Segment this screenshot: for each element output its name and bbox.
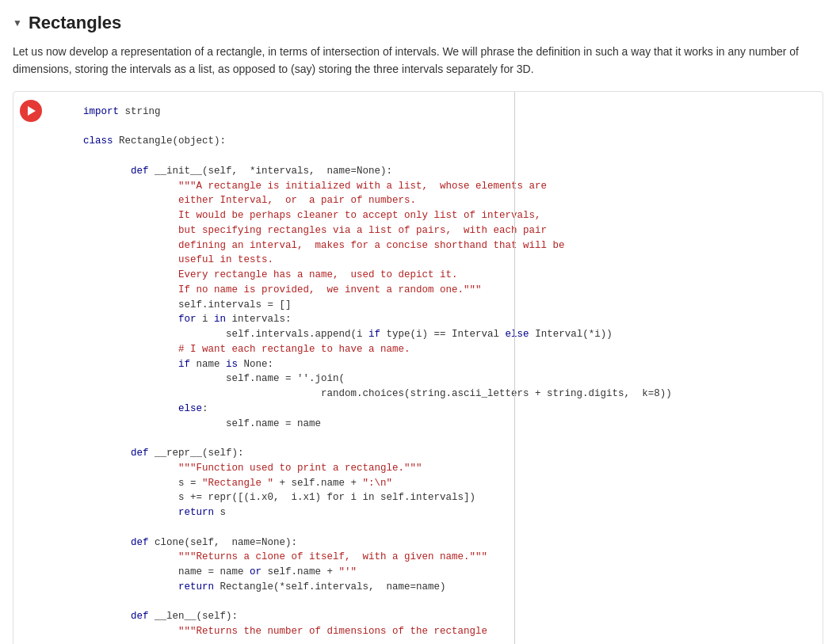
section-container: ▼ Rectangles Let us now develop a repres… bbox=[13, 13, 823, 644]
section-description: Let us now develop a representation of a… bbox=[13, 43, 823, 78]
section-title: Rectangles bbox=[29, 13, 121, 33]
code-area: import string class Rectangle(object): d… bbox=[42, 98, 678, 644]
section-header: ▼ Rectangles bbox=[13, 13, 823, 33]
code-cell: import string class Rectangle(object): d… bbox=[13, 91, 823, 644]
run-button[interactable] bbox=[20, 100, 42, 122]
code-block: import string class Rectangle(object): d… bbox=[83, 105, 672, 639]
chevron-icon[interactable]: ▼ bbox=[13, 17, 22, 29]
run-button-area: import string class Rectangle(object): d… bbox=[13, 92, 823, 644]
